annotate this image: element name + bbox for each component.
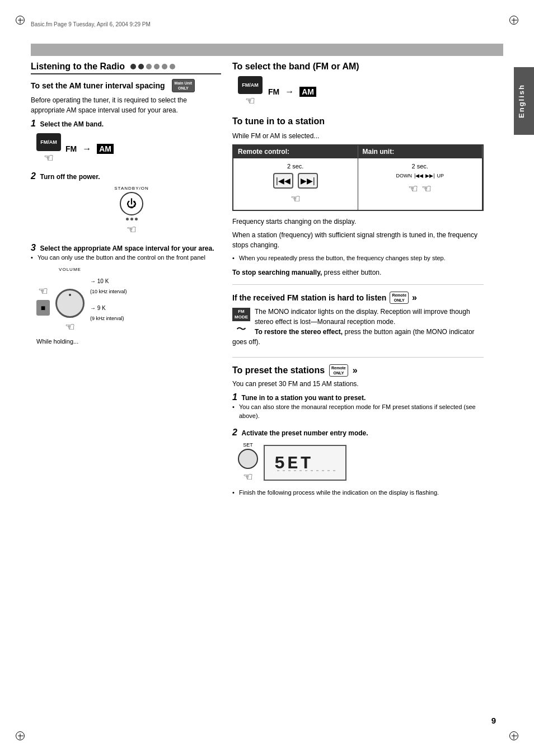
preset-step-2-number: 2 xyxy=(232,428,237,437)
set-display-text: 5ET xyxy=(271,449,339,476)
main-content: Listening to the Radio To set the AM tun… xyxy=(31,62,484,717)
interval-10k: → 10 K (10 kHz interval) xyxy=(90,276,127,297)
interval-labels: → 10 K (10 kHz interval) → 9 K (9 kHz in… xyxy=(90,276,127,323)
am-tuner-heading: To set the AM tuner interval spacing Mai… xyxy=(31,79,221,92)
band-arrow: FM → AM xyxy=(65,144,114,154)
header-bar xyxy=(31,44,503,56)
tune-heading: To tune in to a station xyxy=(232,116,484,126)
hand-pointer-2: ☞ xyxy=(127,223,137,236)
set-label: SET xyxy=(243,442,253,448)
left-column: Listening to the Radio To set the AM tun… xyxy=(31,62,221,717)
arrow-right-2: → xyxy=(285,87,294,97)
step-1-number: 1 xyxy=(31,119,36,128)
preset-step-1-text: Tune in to a station you want to preset. xyxy=(242,394,366,402)
step-2: 2 Turn off the power. STANDBY/ON ⏻ ☞ xyxy=(31,171,221,236)
fm-mode-box: FM MODE xyxy=(232,308,250,322)
band-arrow-right: FM → AM xyxy=(268,87,316,97)
corner-mark-br xyxy=(509,731,518,740)
standby-dots xyxy=(126,218,138,220)
set-button: SET ☞ xyxy=(238,442,258,483)
step-1-text: Select the AM band. xyxy=(40,120,104,128)
freq-text-2: When a station (frequency) with sufficie… xyxy=(232,230,484,250)
file-info: Basic.fm Page 9 Tuesday, April 6, 2004 9… xyxy=(31,21,151,27)
dot-1 xyxy=(130,64,136,69)
step-1-label: 1 Select the AM band. xyxy=(31,119,221,129)
preset-heading: To preset the stations Remote ONLY » xyxy=(232,364,484,377)
hand-pointer-3: ☞ xyxy=(38,284,48,298)
stop-search-text: To stop searching manually, press either… xyxy=(232,267,484,278)
hand-pointer-main-1: ☞ xyxy=(408,182,418,195)
preset-step-1-number: 1 xyxy=(232,392,237,402)
interval-9k: → 9 K (9 kHz interval) xyxy=(90,303,127,323)
am-tuner-title: To set the AM tuner interval spacing xyxy=(31,81,165,90)
step-1: 1 Select the AM band. FM/AM ☞ FM → AM xyxy=(31,119,221,165)
preset-title: To preset the stations xyxy=(232,365,325,375)
table-cell-main: 2 sec. DOWN |◀◀ ▶▶| UP ☞ ☞ xyxy=(358,158,483,210)
main-sec-area: 2 sec. xyxy=(412,163,428,170)
preset-step-2-text: Activate the preset number entry mode. xyxy=(242,429,368,437)
down-up-labels: DOWN |◀◀ ▶▶| UP xyxy=(396,173,444,179)
dot-2 xyxy=(138,64,144,69)
mono-restore-bold: To restore the stereo effect, xyxy=(255,328,343,336)
standby-label: STANDBY/ON xyxy=(114,186,148,191)
am-label-right: AM xyxy=(299,87,316,97)
standby-button: ⏻ xyxy=(120,192,143,215)
right-column: To select the band (FM or AM) FM/AM ☞ FM… xyxy=(232,62,484,717)
preset-step-1-label: 1 Tune in to a station you want to prese… xyxy=(232,392,484,402)
hand-pointer-1: ☞ xyxy=(44,151,54,165)
corner-mark-bl xyxy=(16,731,25,740)
remote-prev-button: |◀◀ xyxy=(273,173,293,189)
stop-search-rest: press either button. xyxy=(322,269,381,276)
remote-next-button: ▶▶| xyxy=(298,173,318,189)
set-display: 5ET xyxy=(264,445,346,481)
am-label: AM xyxy=(97,144,114,154)
standby-container: STANDBY/ON ⏻ ☞ xyxy=(42,186,221,236)
section-title: Listening to the Radio xyxy=(31,62,125,72)
arrow-right-1: → xyxy=(82,144,91,154)
main-sec-label: 2 sec. xyxy=(412,163,428,170)
remote-only-badge-2: Remote ONLY xyxy=(329,364,348,377)
standby-dot-3 xyxy=(135,218,138,220)
fm-label-right: FM xyxy=(268,87,279,96)
mono-section: FM MODE 〜 The MONO indicator lights on t… xyxy=(232,307,484,350)
table-header-main: Main unit: xyxy=(358,145,483,158)
small-button: ■ xyxy=(36,300,50,316)
dot-6 xyxy=(170,64,175,69)
step-3: 3 Select the appropriate AM space interv… xyxy=(31,243,221,345)
corner-mark-tl xyxy=(16,16,25,25)
hard-listen-title: If the received FM station is hard to li… xyxy=(232,293,386,302)
set-display-svg: 5ET xyxy=(271,449,339,472)
corner-mark-tr xyxy=(509,16,518,25)
hand-pointer-remote: ☞ xyxy=(291,192,301,205)
remote-sec-label: 2 sec. xyxy=(287,163,303,170)
table-body: 2 sec. |◀◀ ▶▶| ☞ 2 sec. DOWN |◀◀ ▶▶| xyxy=(233,158,483,210)
step-3-label: 3 Select the appropriate AM space interv… xyxy=(31,243,221,253)
set-knob xyxy=(238,449,258,469)
hand-pointer-4: ☞ xyxy=(65,320,75,334)
step-3-number: 3 xyxy=(31,243,36,252)
divider-1 xyxy=(232,284,484,285)
dot-3 xyxy=(146,64,152,69)
standby-dot-1 xyxy=(126,218,129,220)
preset-step-2-bullet: Finish the following process while the i… xyxy=(232,488,484,497)
fm-am-button: FM/AM xyxy=(36,133,61,151)
main-unit-badge: Main Unit ONLY xyxy=(172,79,195,92)
dot-5 xyxy=(162,64,167,69)
table-cell-remote: 2 sec. |◀◀ ▶▶| ☞ xyxy=(233,158,358,210)
divider-2 xyxy=(232,357,484,358)
step-3-text: Select the appropriate AM space interval… xyxy=(40,245,214,252)
hand-pointer-main-2: ☞ xyxy=(421,182,432,195)
step-3-bullet: You can only use the button and the cont… xyxy=(31,253,221,262)
band-select-diagram: FM/AM ☞ FM → AM xyxy=(238,76,484,107)
volume-knob xyxy=(55,289,85,318)
fm-mode-wave: 〜 xyxy=(236,322,246,336)
fm-mode-icon: FM MODE 〜 xyxy=(232,308,250,336)
main-controls: ☞ ☞ xyxy=(408,182,432,195)
preset-step-1-bullet: You can also store the monaural receptio… xyxy=(232,402,484,421)
am-description: Before operating the tuner, it is requir… xyxy=(31,95,221,115)
preset-desc: You can preset 30 FM and 15 AM stations. xyxy=(232,379,484,389)
step-2-label: 2 Turn off the power. xyxy=(31,171,221,181)
dot-4 xyxy=(154,64,160,69)
preset-step-1: 1 Tune in to a station you want to prese… xyxy=(232,392,484,421)
step-1-diagram: FM/AM ☞ FM → AM xyxy=(36,133,221,165)
